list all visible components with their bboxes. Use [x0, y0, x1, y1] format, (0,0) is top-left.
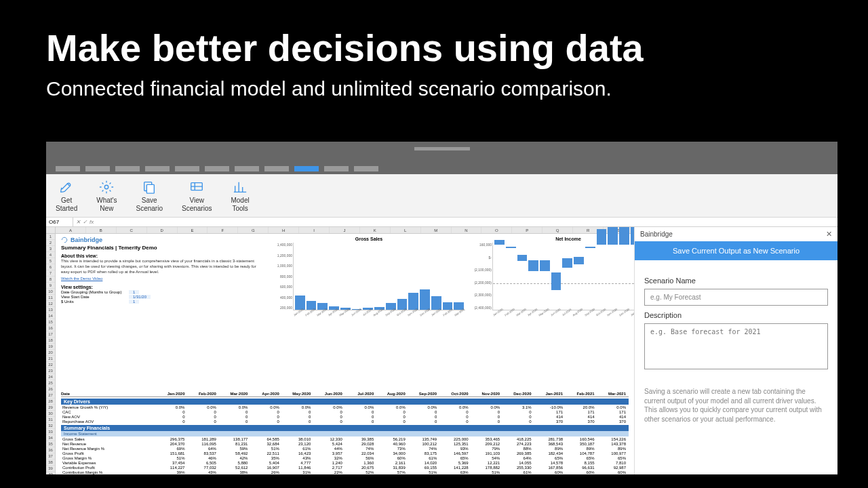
cell[interactable]: 77,032 — [187, 466, 218, 470]
cell[interactable]: 88% — [502, 447, 534, 451]
cell[interactable]: 0 — [282, 410, 313, 414]
col-header[interactable]: E — [178, 227, 208, 233]
cell[interactable]: 209,212 — [471, 442, 502, 446]
cell[interactable]: 81,231 — [219, 442, 250, 446]
cell[interactable]: 296,375 — [156, 437, 187, 441]
row-header[interactable]: 13 — [46, 307, 55, 313]
cell[interactable]: 2,161 — [376, 461, 408, 465]
row-header[interactable]: 21 — [46, 356, 55, 362]
cell[interactable]: 0.0% — [439, 405, 471, 409]
row-header[interactable]: 2 — [46, 240, 55, 246]
cell[interactable]: 4,777 — [282, 461, 313, 465]
col-header[interactable]: Q — [542, 227, 573, 233]
col-header[interactable]: D — [147, 227, 178, 233]
cell[interactable]: 0 — [156, 410, 187, 414]
ribbon-tab[interactable] — [235, 166, 259, 171]
ribbon-tab[interactable] — [354, 166, 378, 171]
col-header[interactable]: F — [208, 227, 238, 233]
row-header[interactable]: 36 — [46, 447, 55, 453]
save-scenario-button[interactable]: Save Scenario — [134, 178, 165, 214]
cell[interactable]: 353,465 — [471, 437, 502, 441]
cell[interactable]: 143,378 — [597, 442, 629, 446]
cell[interactable]: 0 — [250, 410, 281, 414]
cell[interactable]: 1,360 — [345, 461, 376, 465]
cell[interactable]: 182,434 — [534, 451, 566, 455]
fx-confirm-icon[interactable]: ✓ — [83, 219, 87, 225]
cell[interactable]: 171 — [566, 410, 597, 414]
cell[interactable]: 89% — [534, 447, 566, 451]
row-header[interactable]: 27 — [46, 392, 55, 399]
cell[interactable]: 92,987 — [597, 466, 629, 470]
cell[interactable]: 0 — [313, 415, 344, 419]
cell[interactable]: 60% — [597, 470, 629, 474]
ribbon-tab[interactable] — [175, 166, 199, 171]
cell[interactable]: 79% — [471, 447, 502, 451]
row-header[interactable]: 37 — [46, 453, 55, 460]
cell[interactable]: 57% — [376, 470, 408, 474]
cell[interactable]: 0 — [187, 415, 218, 419]
close-icon[interactable]: ✕ — [826, 230, 832, 239]
cell[interactable]: 65% — [566, 456, 597, 460]
cell[interactable]: 34,000 — [376, 451, 408, 455]
cell[interactable]: 0 — [376, 415, 408, 419]
demo-video-link[interactable]: Watch the Demo Video — [61, 277, 102, 281]
cell[interactable]: 0 — [345, 415, 376, 419]
cell[interactable]: 65% — [534, 456, 566, 460]
cell[interactable]: 0 — [156, 415, 187, 419]
vs-units-value[interactable]: 1 — [129, 300, 139, 304]
cell[interactable]: 0.0% — [156, 405, 187, 409]
cell[interactable]: 39,385 — [345, 437, 376, 441]
cell[interactable]: 89% — [566, 447, 597, 451]
row-header[interactable]: 32 — [46, 423, 55, 429]
cell[interactable]: 60% — [534, 470, 566, 474]
cell[interactable]: 83,175 — [408, 451, 439, 455]
get-started-button[interactable]: Get Started — [53, 178, 80, 214]
cell[interactable]: 5,369 — [439, 461, 471, 465]
cell[interactable]: 418,225 — [502, 437, 534, 441]
cell[interactable]: 51% — [156, 456, 187, 460]
cell[interactable]: 37,454 — [156, 461, 187, 465]
cell[interactable]: 61% — [408, 456, 439, 460]
cell[interactable]: 61% — [502, 470, 534, 474]
cell[interactable]: 3.1% — [502, 405, 534, 409]
row-header[interactable]: 7 — [46, 270, 55, 277]
cell[interactable]: 32,684 — [250, 442, 281, 446]
cell[interactable]: 14,578 — [534, 461, 566, 465]
cell[interactable]: 171 — [597, 410, 629, 414]
cell[interactable]: 96,631 — [566, 466, 597, 470]
cell[interactable]: 0 — [408, 415, 439, 419]
cell[interactable]: 100,212 — [408, 442, 439, 446]
cell[interactable]: 12,221 — [471, 461, 502, 465]
cell[interactable]: 0 — [219, 415, 250, 419]
save-scenario-action[interactable]: Save Current Output as New Scenario — [635, 241, 837, 260]
cell[interactable]: 0 — [282, 415, 313, 419]
cell[interactable]: 54% — [471, 456, 502, 460]
ribbon-tab[interactable] — [324, 166, 349, 171]
row-header[interactable]: 18 — [46, 338, 55, 344]
cell[interactable]: 73% — [376, 447, 408, 451]
cell[interactable]: 69% — [156, 447, 187, 451]
cell[interactable]: 58,492 — [219, 451, 250, 455]
cell[interactable]: 31,839 — [376, 466, 408, 470]
row-header[interactable]: 31 — [46, 417, 55, 423]
cell[interactable]: 0 — [345, 410, 376, 414]
cell[interactable]: 141,228 — [439, 466, 471, 470]
row-header[interactable]: 33 — [46, 429, 55, 435]
cell[interactable]: 0.0% — [408, 405, 439, 409]
cell[interactable]: 32% — [313, 456, 344, 460]
cell[interactable]: 40,960 — [376, 442, 408, 446]
cell[interactable]: 14,020 — [408, 461, 439, 465]
cell[interactable]: 100,977 — [597, 451, 629, 455]
cell[interactable]: 11,846 — [282, 466, 313, 470]
cell[interactable]: 414 — [597, 415, 629, 419]
cell[interactable]: 0 — [471, 420, 502, 424]
cell[interactable]: 46% — [187, 456, 218, 460]
cell[interactable]: 5,880 — [219, 461, 250, 465]
cell[interactable]: 43% — [282, 456, 313, 460]
row-header[interactable]: 22 — [46, 362, 55, 368]
row-header[interactable]: 16 — [46, 325, 55, 331]
cell[interactable]: 16,423 — [282, 451, 313, 455]
cell[interactable]: 65% — [439, 456, 471, 460]
view-scenarios-button[interactable]: View Scenarios — [179, 178, 214, 214]
cell[interactable]: 69,155 — [408, 466, 439, 470]
